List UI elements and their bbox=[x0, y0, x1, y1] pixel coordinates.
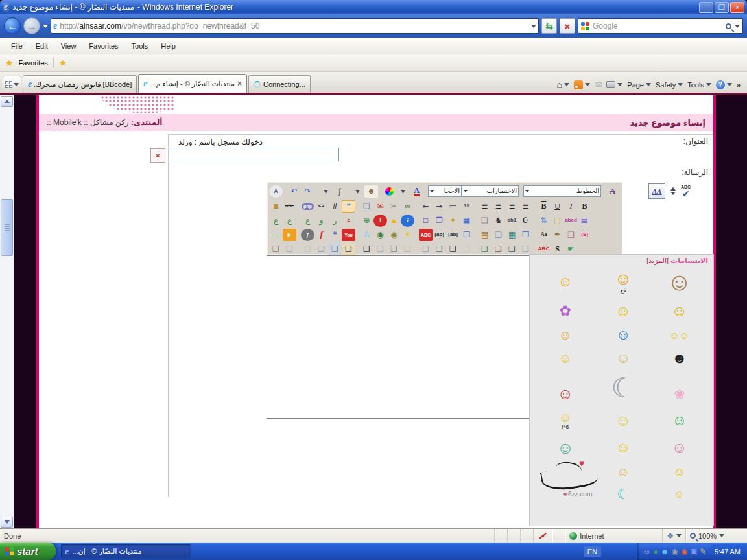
scroll-up-button[interactable] bbox=[1, 96, 13, 107]
safety-menu-button[interactable]: Safety bbox=[656, 80, 683, 89]
tray-hide-icon[interactable]: ☺ bbox=[643, 548, 650, 555]
favorites-button[interactable]: Favorites bbox=[19, 59, 48, 67]
sizes-select[interactable]: الأحجا bbox=[428, 185, 462, 197]
window-arrow-icon[interactable]: ❐ bbox=[519, 229, 532, 241]
align-center-icon[interactable]: ≣ bbox=[505, 200, 519, 213]
hr-icon[interactable]: — bbox=[269, 229, 283, 241]
thread-title-input[interactable] bbox=[169, 148, 339, 161]
mosque-icon[interactable]: ☪ bbox=[519, 215, 532, 227]
php-icon[interactable]: php bbox=[301, 200, 314, 213]
arabic-ain-icon[interactable]: ع bbox=[269, 215, 283, 227]
tab-connecting[interactable]: Connecting... bbox=[248, 75, 311, 93]
language-indicator[interactable]: EN bbox=[584, 546, 601, 557]
smiley-stretch[interactable]: ☺ bbox=[559, 352, 572, 365]
strikethrough-icon[interactable]: abc bbox=[283, 200, 296, 213]
ab-oval-icon[interactable]: (ab) bbox=[433, 229, 446, 241]
tab-label[interactable]: منتديات النصّار © - إنشاء م... bbox=[150, 80, 235, 88]
image-effect-icon[interactable]: ❑ bbox=[519, 243, 532, 255]
bold-icon[interactable]: B bbox=[578, 200, 591, 213]
remove-format-icon[interactable]: A bbox=[606, 185, 619, 198]
tray-volume-icon[interactable]: ◉ bbox=[671, 548, 678, 555]
align-justify-icon[interactable]: ≣ bbox=[478, 200, 492, 213]
vertical-scrollbar[interactable] bbox=[0, 95, 14, 528]
play-icon[interactable]: ► bbox=[283, 229, 296, 241]
lock-icon[interactable]: ◙ bbox=[269, 200, 283, 213]
bullet-list-icon[interactable]: ≔ bbox=[446, 200, 460, 213]
menu-file[interactable]: File bbox=[5, 40, 29, 52]
glow-icon[interactable]: ◉ bbox=[374, 229, 387, 241]
print-button[interactable] bbox=[606, 80, 622, 89]
wand-icon[interactable]: ✦ bbox=[446, 215, 460, 227]
tab-close-icon[interactable]: × bbox=[237, 79, 242, 88]
close-button[interactable]: × bbox=[730, 2, 744, 13]
taskbar-window-button[interactable]: e منتديات النصّار © - إن... bbox=[61, 544, 191, 558]
arabic-ain2-icon[interactable]: ع bbox=[283, 215, 296, 227]
knight-icon[interactable]: ♞ bbox=[492, 215, 505, 227]
fontcolor-icon[interactable]: A bbox=[410, 185, 423, 198]
forward-button[interactable]: → bbox=[23, 18, 40, 34]
menu-favorites[interactable]: Favorites bbox=[83, 40, 124, 52]
menu-tools[interactable]: Tools bbox=[126, 40, 154, 52]
url-text[interactable]: http://alnsaar.com/vb/newthread.php?do=n… bbox=[60, 21, 528, 30]
smiley-blue[interactable]: ☺ bbox=[616, 328, 630, 342]
menu-help[interactable]: Help bbox=[155, 40, 182, 52]
quote-icon[interactable]: ❝ bbox=[342, 200, 355, 213]
attach-icon[interactable]: ʃ bbox=[333, 185, 346, 198]
email-icon[interactable]: ✉ bbox=[374, 200, 387, 213]
image-effect-icon[interactable]: ❑ bbox=[314, 243, 328, 255]
help-button[interactable]: ? bbox=[716, 80, 732, 89]
image-effect-icon[interactable]: ❑ bbox=[374, 243, 387, 255]
smilies-more-link[interactable]: [المزيد] bbox=[646, 257, 669, 264]
smiley-cool[interactable]: ☻ bbox=[672, 351, 687, 366]
quick-tabs-dropdown-icon[interactable] bbox=[14, 83, 19, 89]
add-favorite-icon[interactable]: ★ bbox=[59, 58, 67, 68]
arabic-ghain-icon[interactable]: ع bbox=[301, 215, 314, 227]
smiley-swear[interactable]: ☺6*! bbox=[559, 411, 572, 430]
smiley-wideeyes[interactable]: ☺ bbox=[615, 413, 632, 428]
image-effect-icon[interactable]: ❑ bbox=[492, 243, 505, 255]
quick-tabs-button[interactable] bbox=[3, 76, 21, 93]
arabic-ra-icon[interactable]: ر bbox=[328, 215, 342, 227]
image-effect-icon[interactable]: ❑ bbox=[478, 243, 492, 255]
minimize-button[interactable]: – bbox=[699, 2, 713, 13]
bold-rtl-icon[interactable]: B bbox=[537, 200, 551, 213]
ramadan-lantern[interactable]: ☾ bbox=[611, 375, 635, 402]
editor-mode-icon[interactable]: A bbox=[269, 185, 283, 198]
shortcuts-select[interactable]: الاختصارات bbox=[462, 185, 519, 197]
search-dropdown-icon[interactable] bbox=[735, 25, 740, 30]
hash-icon[interactable]: # bbox=[328, 200, 342, 213]
shadow-icon[interactable]: ◉ bbox=[387, 229, 401, 241]
smiley-arab[interactable]: ☺ bbox=[558, 386, 574, 402]
fontcolor-dropdown-icon[interactable]: ▾ bbox=[396, 185, 410, 198]
sort-icon[interactable]: ⇅ bbox=[537, 215, 551, 227]
numbered-list-icon[interactable]: 1≡ bbox=[460, 200, 473, 213]
abc123-icon[interactable]: ab1 bbox=[505, 215, 519, 227]
table-icon[interactable]: ▦ bbox=[460, 215, 473, 227]
read-mail-button[interactable]: ✉ bbox=[595, 80, 602, 89]
upload-icon[interactable]: ⊕ bbox=[360, 215, 374, 227]
avatar-dropdown-icon[interactable]: ▾ bbox=[351, 185, 364, 198]
undo-icon[interactable]: ↶ bbox=[287, 185, 301, 198]
image-effect-icon[interactable]: ❑ bbox=[387, 243, 401, 255]
avatar-icon[interactable]: ☻ bbox=[364, 185, 378, 198]
home-button[interactable]: ⌂ bbox=[556, 79, 569, 90]
tray-brush-icon[interactable]: ✎ bbox=[700, 548, 707, 555]
toolbar-overflow-icon[interactable]: » bbox=[737, 81, 741, 89]
editor-mode-toggle-button[interactable]: AA bbox=[648, 183, 665, 199]
tray-app-icon[interactable]: ▣ bbox=[690, 548, 697, 555]
warning-icon[interactable]: ▲ bbox=[387, 215, 401, 227]
smiley-girl[interactable]: ☺ bbox=[667, 270, 692, 294]
search-icon[interactable] bbox=[726, 23, 731, 29]
info-icon[interactable]: i bbox=[401, 215, 414, 227]
tools-menu-button[interactable]: Tools bbox=[687, 80, 711, 89]
tray-avira-icon[interactable]: ◉ bbox=[681, 548, 687, 555]
rss-button[interactable] bbox=[574, 80, 590, 89]
smiley-angel[interactable]: ☺ bbox=[616, 351, 630, 366]
s-brace-icon[interactable]: {S} bbox=[578, 229, 591, 241]
smiley-princess[interactable]: ☺ bbox=[672, 440, 688, 456]
tray-messenger-icon[interactable]: ☻ bbox=[661, 548, 669, 555]
attach-dropdown-icon[interactable]: ▾ bbox=[319, 185, 333, 198]
image-effect-icon[interactable]: ❑ bbox=[419, 243, 433, 255]
abc-badge-icon[interactable]: ABC bbox=[419, 229, 433, 241]
smiley-blush[interactable]: ☺ bbox=[617, 465, 630, 478]
